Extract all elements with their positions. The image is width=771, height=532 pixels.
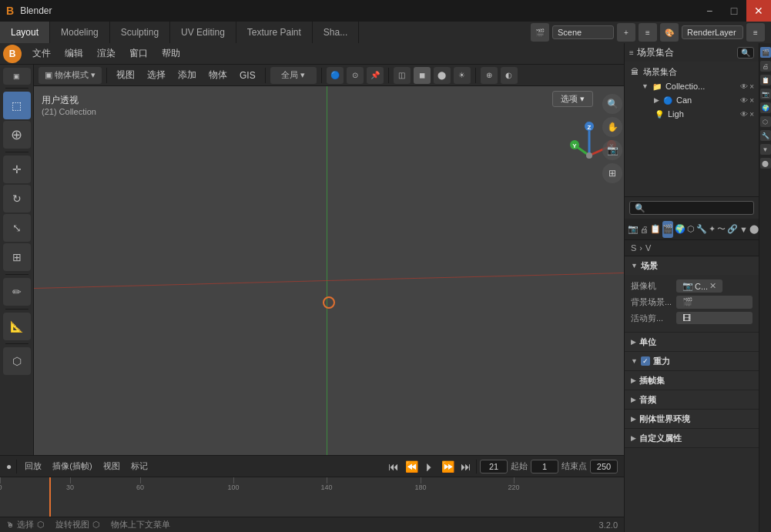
section-gravity-header[interactable]: ▼ ✓ 重力 (625, 352, 759, 370)
prop-render-icon[interactable]: 📷 (628, 221, 639, 238)
xray-btn[interactable]: ◐ (501, 67, 518, 84)
outliner-row-can[interactable]: ▶ 🔵 Can 👁 × (628, 93, 756, 107)
current-frame-input[interactable] (480, 460, 508, 473)
section-audio-header[interactable]: ▶ 音频 (625, 390, 759, 409)
transform-global-btn[interactable]: 全局 ▾ (270, 67, 317, 84)
close-button[interactable]: ✕ (746, 0, 771, 22)
sidebar-material-icon[interactable]: ⬤ (760, 158, 771, 169)
menu-markers[interactable]: 标记 (128, 460, 151, 472)
menu-view[interactable]: 视图 (112, 69, 139, 82)
section-unit-header[interactable]: ▶ 单位 (625, 333, 759, 351)
move-tool-btn[interactable]: ✛ (3, 156, 31, 183)
timeline-bar[interactable]: 0 30 60 100 140 180 220 (0, 477, 624, 517)
sidebar-render-icon[interactable]: 📷 (760, 89, 771, 99)
collection-visibility-icon[interactable]: 👁 (740, 82, 748, 91)
next-keyframe-btn[interactable]: ⏩ (440, 460, 456, 473)
rotate-tool-btn[interactable]: ↻ (3, 185, 31, 212)
prop-modifier-icon[interactable]: 🔧 (696, 221, 707, 238)
pan-btn[interactable]: ✋ (602, 117, 622, 137)
menu-help[interactable]: 帮助 (156, 43, 186, 65)
cursor-tool-btn[interactable]: ⊕ (3, 121, 31, 149)
sidebar-scene-icon[interactable]: 🎬 (760, 47, 771, 58)
ligh-restrict-icon[interactable]: × (749, 110, 754, 119)
blender-logo-btn[interactable]: B (3, 45, 22, 63)
scene-field[interactable] (552, 25, 614, 39)
add-cube-tool-btn[interactable]: ⬡ (3, 347, 31, 375)
tab-texture-paint[interactable]: Texture Paint (236, 22, 313, 43)
outliner-row-collection[interactable]: ▼ 📁 Collectio... 👁 × (628, 79, 756, 93)
menu-view-tl[interactable]: 视图 (100, 460, 123, 472)
section-custom-props-header[interactable]: ▶ 自定义属性 (625, 429, 759, 447)
shading-material[interactable]: ⬤ (434, 67, 451, 84)
menu-object[interactable]: 物体 (204, 69, 232, 82)
menu-select[interactable]: 选择 (142, 69, 170, 82)
section-scene-header[interactable]: ▼ 场景 (625, 256, 759, 275)
sidebar-world-icon[interactable]: 🌍 (760, 102, 771, 113)
zoom-in-btn[interactable]: 🔍 (602, 94, 622, 114)
start-frame-input[interactable] (531, 460, 558, 473)
menu-window[interactable]: 窗口 (123, 43, 154, 65)
prop-world-icon[interactable]: 🌍 (675, 221, 686, 238)
ligh-visibility-icon[interactable]: 👁 (740, 110, 748, 119)
tab-modeling[interactable]: Modeling (50, 22, 110, 43)
annotate-tool-btn[interactable]: ✏ (3, 278, 31, 306)
prev-keyframe-btn[interactable]: ⏪ (404, 460, 420, 473)
camera-btn[interactable]: 📷 (602, 140, 622, 160)
prop-view-layer-icon[interactable]: 📋 (650, 221, 661, 238)
renderlayer-field[interactable] (682, 25, 743, 39)
menu-edit[interactable]: 编辑 (59, 43, 89, 65)
shading-rendered[interactable]: ☀ (454, 67, 471, 84)
menu-keying[interactable]: 插像(插帧) (49, 460, 95, 472)
playhead[interactable] (49, 477, 51, 517)
play-btn[interactable]: ⏵ (423, 460, 437, 473)
tab-layout[interactable]: Layout (0, 22, 50, 43)
collection-restrict-icon[interactable]: × (749, 82, 754, 91)
section-keyframe-header[interactable]: ▶ 插帧集 (625, 371, 759, 390)
jump-end-btn[interactable]: ⏭ (459, 460, 473, 473)
renderlayer-browse-icon[interactable]: ≡ (746, 23, 765, 42)
properties-search[interactable] (629, 201, 754, 215)
sidebar-output-icon[interactable]: 🖨 (760, 61, 771, 72)
prop-physics-icon[interactable]: 〜 (717, 221, 726, 238)
overlay-btn[interactable]: ⊕ (481, 67, 498, 84)
prop-scene-icon[interactable]: 🎬 (662, 221, 673, 238)
end-frame-input[interactable] (590, 460, 618, 473)
menu-file[interactable]: 文件 (26, 43, 57, 65)
menu-add[interactable]: 添加 (173, 69, 201, 82)
sidebar-modifier-icon[interactable]: 🔧 (760, 130, 771, 141)
sidebar-view-layer-icon[interactable]: 📋 (760, 75, 771, 85)
sidebar-data-icon[interactable]: ▼ (760, 144, 771, 155)
viewport-mode-selector[interactable]: ▣ 物体模式 ▾ (39, 67, 102, 84)
scale-tool-btn[interactable]: ⤡ (3, 214, 31, 242)
menu-gis[interactable]: GIS (235, 70, 260, 81)
3d-cursor[interactable] (323, 296, 335, 309)
outliner-search[interactable]: 🔍 (737, 47, 754, 59)
prop-constraints-icon[interactable]: 🔗 (727, 221, 738, 238)
scene-add-icon[interactable]: + (617, 23, 635, 42)
minimize-button[interactable]: − (697, 0, 722, 22)
can-restrict-icon[interactable]: × (749, 96, 754, 105)
prop-data-icon[interactable]: ▼ (739, 221, 748, 238)
outliner-row-ligh[interactable]: 💡 Ligh 👁 × (628, 107, 756, 121)
tab-shading[interactable]: Sha... (313, 22, 359, 43)
menu-playback[interactable]: 回放 (22, 460, 45, 472)
prop-material-icon[interactable]: ⬤ (749, 221, 759, 238)
shading-solid[interactable]: ◼ (414, 67, 431, 84)
grid-btn[interactable]: ⊞ (602, 163, 622, 183)
prop-particles-icon[interactable]: ✦ (709, 221, 716, 238)
section-rigid-body-header[interactable]: ▶ 刚体世界环境 (625, 410, 759, 428)
transform-tool-btn[interactable]: ⊞ (3, 243, 31, 271)
select-options-btn[interactable]: 选项 ▾ (552, 91, 593, 107)
menu-render[interactable]: 渲染 (91, 43, 122, 65)
bg-scene-btn[interactable]: 🎬 (676, 296, 753, 309)
snap-icon[interactable]: 🔵 (327, 67, 344, 84)
prop-output-icon[interactable]: 🖨 (640, 221, 649, 238)
can-visibility-icon[interactable]: 👁 (740, 96, 748, 105)
tab-uv-editing[interactable]: UV Editing (170, 22, 236, 43)
prop-object-icon[interactable]: ⬡ (687, 221, 695, 238)
maximize-button[interactable]: □ (722, 0, 746, 22)
sidebar-object-icon[interactable]: ⬡ (760, 116, 771, 127)
measure-tool-btn[interactable]: 📐 (3, 313, 31, 340)
scene-browse-icon[interactable]: ≡ (639, 23, 657, 42)
mode-selector-btn[interactable]: ▣ (3, 68, 31, 85)
